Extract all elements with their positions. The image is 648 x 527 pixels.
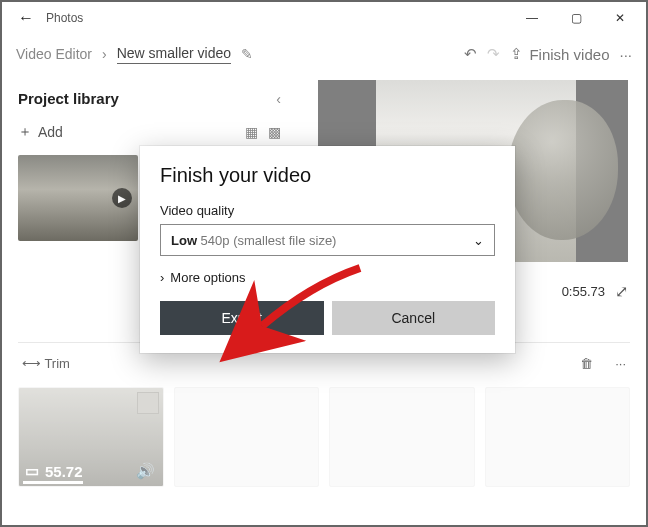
dialog-title: Finish your video (160, 164, 495, 187)
more-options-toggle[interactable]: › More options (160, 270, 495, 285)
chevron-right-icon: › (160, 270, 164, 285)
video-quality-select[interactable]: Low 540p (smallest file size) ⌄ (160, 224, 495, 256)
video-quality-value: Low 540p (smallest file size) (171, 233, 336, 248)
video-quality-label: Video quality (160, 203, 495, 218)
chevron-down-icon: ⌄ (473, 233, 484, 248)
finish-video-dialog: Finish your video Video quality Low 540p… (140, 146, 515, 353)
cancel-button[interactable]: Cancel (332, 301, 496, 335)
more-options-label: More options (170, 270, 245, 285)
export-button[interactable]: Export (160, 301, 324, 335)
